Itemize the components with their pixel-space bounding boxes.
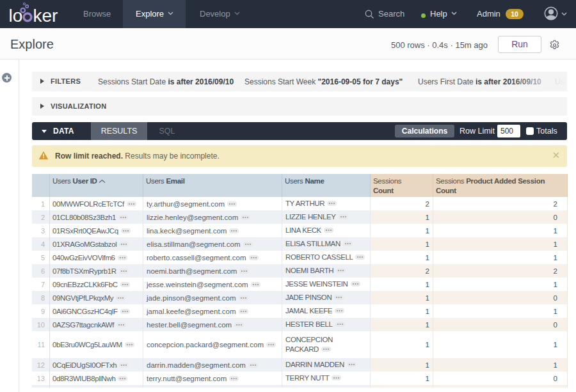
svg-text:lo: lo xyxy=(9,6,23,26)
svg-text:ker: ker xyxy=(33,6,58,26)
